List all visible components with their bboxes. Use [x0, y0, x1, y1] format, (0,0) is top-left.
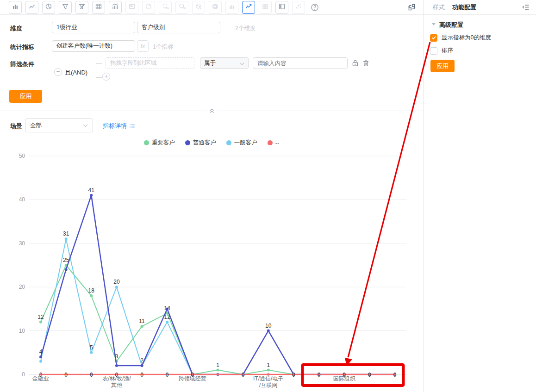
legend-label: 一般客户 [234, 139, 257, 147]
checkbox-checked-icon[interactable] [430, 34, 437, 42]
svg-text:11: 11 [139, 318, 145, 324]
help-icon[interactable] [311, 3, 319, 12]
delete-condition-icon[interactable] [362, 59, 370, 67]
legend-item[interactable]: 一般客户 [226, 139, 257, 147]
svg-text:50: 50 [19, 153, 25, 159]
field-drop-zone[interactable]: 拖拽字段到此区域 [106, 57, 194, 69]
combo-chart-icon [112, 3, 119, 12]
svg-text:18: 18 [88, 287, 95, 294]
legend-item[interactable]: -- [268, 139, 279, 147]
tool-matrix-button [259, 1, 272, 14]
chevron-down-icon [83, 122, 88, 129]
svg-text:10: 10 [19, 328, 25, 334]
tool-world-map-button [192, 1, 205, 14]
config-side-panel: 样式 功能配置 高级配置 显示指标为0的维度 排序 应用 [423, 0, 536, 392]
scene-value: 全部 [30, 122, 42, 130]
tab-style[interactable]: 样式 [433, 3, 445, 12]
dimension-field-2[interactable] [137, 22, 220, 33]
svg-text:0: 0 [191, 372, 194, 378]
tool-funnel-button[interactable] [59, 1, 72, 14]
lock-icon[interactable] [351, 59, 359, 67]
funnel-icon [62, 3, 69, 12]
show-zero-dimension-option[interactable]: 显示指标为0的维度 [430, 34, 491, 42]
collapse-up-icon[interactable] [209, 108, 215, 113]
operator-value: 属于 [204, 59, 216, 67]
china-map-icon: CN [178, 3, 186, 12]
world-map-icon [195, 3, 202, 12]
card-icon [128, 3, 136, 12]
legend-marker [268, 140, 273, 145]
svg-text:0: 0 [292, 372, 295, 378]
svg-text:20: 20 [113, 279, 120, 285]
gauge-icon [145, 3, 152, 12]
tool-table-button[interactable] [92, 1, 105, 14]
checkbox-label: 显示指标为0的维度 [442, 34, 491, 42]
metric-field-1[interactable] [52, 40, 135, 52]
tool-bar-chart-mini-button [225, 1, 238, 14]
svg-text:其他: 其他 [111, 382, 123, 388]
svg-text:31: 31 [63, 230, 69, 237]
formula-fx-button[interactable]: fx [137, 40, 149, 52]
legend-marker [185, 140, 190, 145]
legend-label: -- [275, 140, 279, 146]
tool-combo-chart-button[interactable] [109, 1, 122, 14]
section-expand-caret[interactable] [432, 23, 436, 25]
svg-text:20: 20 [19, 284, 25, 290]
tool-card-button [125, 1, 138, 14]
scatter-icon [295, 3, 302, 12]
legend-marker [226, 140, 231, 145]
tool-line-chart-button[interactable] [25, 1, 38, 14]
svg-text:5: 5 [90, 344, 93, 351]
remove-condition-group-button[interactable]: − [54, 68, 62, 76]
tool-china-map-pie-button: CN [159, 1, 172, 14]
table-icon [95, 3, 102, 12]
condition-bracket [96, 63, 102, 78]
tool-bar-chart-button[interactable] [9, 1, 22, 14]
chart-type-toolbar: CNCN [0, 0, 423, 15]
svg-text:0: 0 [115, 372, 118, 378]
tool-layout-button[interactable] [275, 1, 288, 14]
and-operator-label[interactable]: 且(AND) [65, 68, 87, 77]
metric-detail-link[interactable]: 指标详情 [103, 122, 135, 130]
svg-text:0: 0 [343, 372, 346, 378]
legend-label: 重要客户 [152, 139, 175, 147]
legend-item[interactable]: 重要客户 [144, 139, 175, 147]
filter-label: 筛选条件 [10, 60, 34, 68]
svg-text:CN: CN [182, 6, 186, 9]
pie-chart-icon [45, 3, 52, 12]
sort-option[interactable]: 排序 [430, 47, 453, 55]
checkbox-unchecked-icon[interactable] [430, 47, 437, 55]
svg-text:CN: CN [165, 6, 169, 9]
tool-pie-chart-button[interactable] [42, 1, 55, 14]
svg-text:0: 0 [318, 372, 321, 378]
line-chart[interactable]: 01020304050金融业农/林/牧/渔/其他跨领域经营IT/通信/电子/互联… [0, 151, 423, 392]
legend-label: 普通客户 [193, 139, 216, 147]
panel-collapse-icon[interactable] [522, 4, 530, 11]
tool-funnel-compare-button[interactable] [75, 1, 88, 14]
china-map-pie-icon: CN [162, 3, 169, 12]
metric-detail-label: 指标详情 [103, 122, 127, 130]
swap-chart-icon[interactable] [408, 3, 416, 11]
panel-tab-bar: 样式 功能配置 [424, 0, 536, 15]
apply-button[interactable]: 应用 [9, 90, 42, 103]
scene-select[interactable]: 全部 [25, 118, 93, 132]
operator-select[interactable]: 属于 [200, 57, 249, 69]
tool-line-chart-active-button[interactable] [242, 1, 255, 14]
svg-text:14: 14 [164, 305, 171, 311]
filter-value-input[interactable] [253, 57, 348, 69]
tab-function-config[interactable]: 功能配置 [452, 3, 476, 12]
bar-chart-mini-icon [228, 3, 236, 12]
funnel-compare-icon [78, 3, 86, 12]
svg-text:1: 1 [267, 362, 270, 368]
svg-text:0: 0 [22, 371, 25, 378]
bar-chart-icon [12, 3, 19, 12]
globe-icon [212, 3, 219, 12]
line-chart-active-icon [245, 3, 252, 12]
chart-legend: 重要客户普通客户一般客户-- [0, 139, 423, 147]
dimension-field-1[interactable] [52, 22, 135, 33]
checkbox-label: 排序 [442, 47, 453, 55]
main-area: CNCN 维度 2个维度 统计指标 fx 1个指标 筛选条件 − 且(AND) … [0, 0, 423, 392]
panel-apply-button[interactable]: 应用 [430, 60, 455, 72]
legend-item[interactable]: 普通客户 [185, 139, 216, 147]
add-condition-button[interactable]: + [102, 73, 110, 81]
